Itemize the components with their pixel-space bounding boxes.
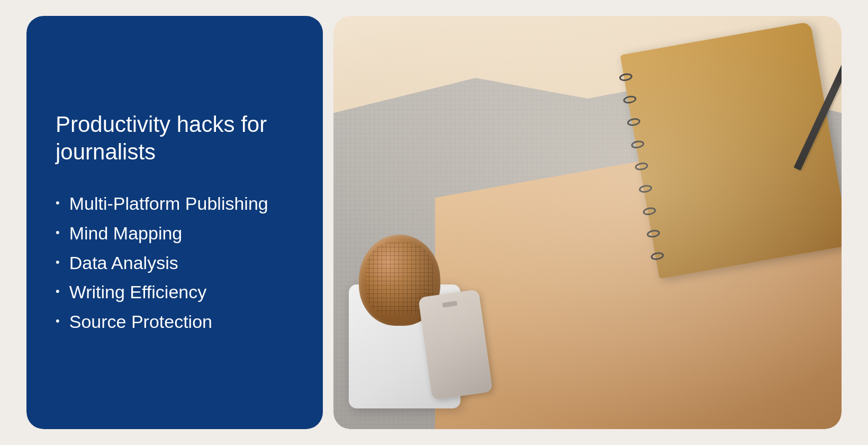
list-item: • Mind Mapping [56, 221, 296, 246]
bullet-dot: • [56, 195, 60, 211]
light-overlay [333, 16, 842, 429]
bullet-item-label: Mind Mapping [69, 221, 183, 246]
bullet-dot: • [56, 225, 60, 241]
list-item: • Multi-Platform Publishing [56, 192, 296, 216]
bullet-list: • Multi-Platform Publishing • Mind Mappi… [56, 192, 296, 334]
journalist-photo [333, 16, 842, 429]
list-item: • Data Analysis [56, 251, 296, 275]
bullet-item-label: Multi-Platform Publishing [69, 192, 268, 216]
bullet-dot: • [56, 283, 60, 299]
right-panel [333, 16, 842, 429]
bullet-dot: • [56, 313, 60, 329]
title-line-1: Productivity hacks for [56, 112, 267, 137]
main-container: Productivity hacks for journalists • Mul… [26, 16, 842, 429]
bullet-item-label: Source Protection [69, 310, 212, 334]
left-panel: Productivity hacks for journalists • Mul… [26, 16, 323, 429]
list-item: • Source Protection [56, 310, 296, 334]
list-item: • Writing Efficiency [56, 280, 296, 305]
title-line-2: journalists [56, 139, 156, 164]
bullet-item-label: Data Analysis [69, 251, 178, 275]
bullet-item-label: Writing Efficiency [69, 280, 207, 305]
main-title: Productivity hacks for journalists [56, 111, 296, 166]
bullet-dot: • [56, 254, 60, 270]
